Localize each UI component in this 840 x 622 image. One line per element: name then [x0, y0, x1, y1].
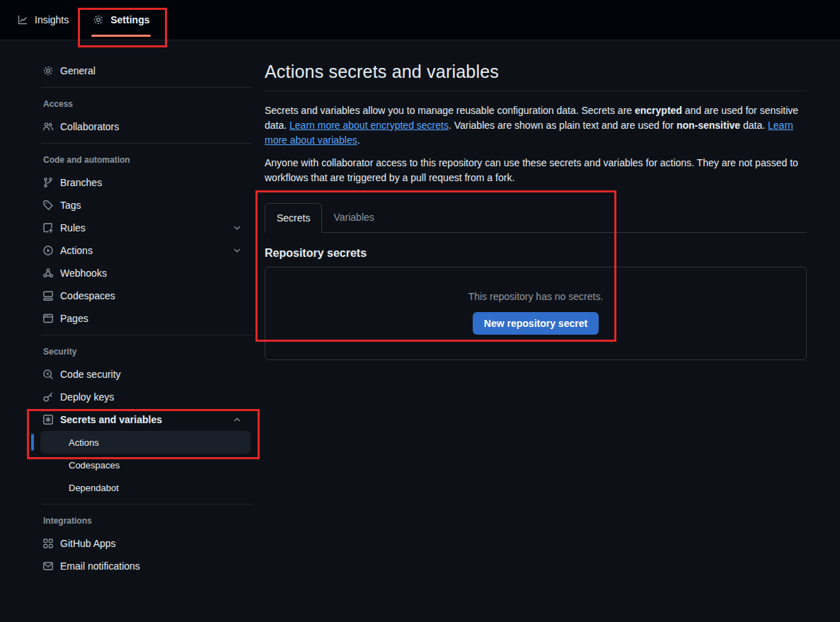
sidebar-subitem-actions[interactable]: Actions	[40, 431, 251, 454]
sidebar-item-label: Collaborators	[60, 121, 119, 132]
sidebar-item-actions[interactable]: Actions	[32, 239, 253, 262]
title-divider	[265, 91, 807, 91]
asterisk-box-icon	[42, 414, 54, 425]
sidebar-item-webhooks[interactable]: Webhooks	[32, 262, 253, 284]
sidebar-item-tags[interactable]: Tags	[32, 194, 253, 217]
sidebar-item-label: Codespaces	[69, 460, 120, 471]
empty-state-message: This repository has no secrets.	[468, 291, 604, 302]
apps-grid-icon	[42, 538, 54, 549]
sidebar-divider	[41, 87, 253, 88]
sidebar-section-integrations: Integrations	[32, 509, 253, 532]
codespaces-icon	[42, 290, 54, 301]
tab-settings-label: Settings	[110, 14, 149, 25]
webhook-icon	[42, 267, 54, 279]
settings-content: Actions secrets and variables Secrets an…	[265, 59, 807, 360]
chevron-up-icon	[233, 415, 241, 424]
sidebar-subitem-codespaces[interactable]: Codespaces	[40, 454, 251, 476]
tag-icon	[42, 200, 54, 211]
sidebar-item-label: Actions	[69, 437, 99, 448]
sidebar-item-label: Secrets and variables	[60, 414, 162, 425]
sidebar-item-label: Dependabot	[69, 483, 119, 493]
active-tab-underline	[91, 35, 151, 37]
sidebar-item-label: Email notifications	[60, 560, 140, 572]
repository-secrets-heading: Repository secrets	[265, 246, 807, 261]
sidebar-item-general[interactable]: General	[32, 59, 253, 82]
sidebar-section-security: Security	[32, 340, 253, 363]
play-icon	[42, 245, 54, 256]
tab-variables[interactable]: Variables	[322, 203, 385, 232]
text-segment-bold: encrypted	[635, 105, 682, 116]
text-segment: data.	[740, 120, 768, 131]
sidebar-section-access: Access	[32, 93, 253, 115]
text-segment-bold: non-sensitive	[677, 120, 740, 131]
text-segment: Secrets and variables allow you to manag…	[265, 105, 635, 116]
sidebar-divider	[41, 335, 253, 335]
git-branch-icon	[42, 177, 54, 188]
sidebar-item-label: Actions	[60, 245, 93, 256]
new-repository-secret-button[interactable]: New repository secret	[473, 312, 599, 335]
sidebar-item-secrets-and-variables[interactable]: Secrets and variables	[32, 408, 253, 431]
sidebar-item-collaborators[interactable]: Collaborators	[32, 115, 253, 138]
page-title: Actions secrets and variables	[265, 59, 807, 83]
repository-secrets-empty-state: This repository has no secrets. New repo…	[265, 267, 807, 360]
sidebar-item-deploy-keys[interactable]: Deploy keys	[32, 386, 253, 408]
sidebar-item-code-security[interactable]: Code security	[32, 363, 253, 386]
sidebar-section-code-automation: Code and automation	[32, 149, 253, 171]
sidebar-item-pages[interactable]: Pages	[32, 307, 253, 330]
tab-insights-label: Insights	[35, 14, 69, 25]
sidebar-item-branches[interactable]: Branches	[32, 171, 253, 194]
link-encrypted-secrets[interactable]: Learn more about encrypted secrets	[289, 120, 449, 131]
access-paragraph: Anyone with collaborator access to this …	[265, 156, 807, 185]
chevron-down-icon	[233, 246, 241, 255]
sidebar-item-codespaces[interactable]: Codespaces	[32, 284, 253, 307]
rules-icon	[42, 222, 54, 234]
graph-icon	[17, 14, 28, 25]
gear-icon	[93, 14, 104, 25]
text-segment: .	[357, 134, 360, 146]
sidebar-item-label: GitHub Apps	[60, 538, 116, 549]
sidebar-item-label: Rules	[60, 222, 86, 234]
intro-paragraph: Secrets and variables allow you to manag…	[265, 103, 807, 148]
key-icon	[42, 391, 54, 403]
codescan-icon	[42, 369, 54, 380]
sidebar-item-label: Codespaces	[60, 290, 115, 301]
sidebar-item-label: General	[60, 65, 96, 76]
sidebar-item-rules[interactable]: Rules	[32, 217, 253, 239]
people-icon	[42, 121, 54, 132]
tab-secrets[interactable]: Secrets	[265, 203, 322, 233]
sidebar-item-label: Code security	[60, 369, 121, 380]
sidebar-subitem-dependabot[interactable]: Dependabot	[40, 476, 251, 499]
mail-icon	[42, 560, 54, 572]
gear-icon	[42, 65, 54, 76]
sidebar-item-email-notifications[interactable]: Email notifications	[32, 555, 253, 577]
sidebar-item-label: Webhooks	[60, 267, 107, 279]
tab-settings[interactable]: Settings	[91, 0, 151, 40]
text-segment: . Variables are shown as plain text and …	[449, 120, 677, 131]
sidebar-item-label: Branches	[60, 177, 102, 188]
settings-sidebar: General Access Collaborators Code and au…	[32, 59, 253, 577]
repo-tab-nav: Insights Settings	[0, 0, 840, 40]
sidebar-item-label: Tags	[60, 200, 81, 211]
sidebar-item-label: Deploy keys	[60, 391, 114, 403]
sidebar-divider	[41, 504, 253, 505]
chevron-down-icon	[233, 224, 241, 232]
sidebar-item-github-apps[interactable]: GitHub Apps	[32, 532, 253, 555]
browser-icon	[42, 313, 54, 324]
tab-insights[interactable]: Insights	[16, 0, 70, 40]
sidebar-divider	[41, 143, 253, 144]
selected-indicator	[31, 434, 34, 451]
secrets-variables-tabnav: Secrets Variables	[265, 203, 807, 233]
sidebar-item-label: Pages	[60, 313, 88, 324]
